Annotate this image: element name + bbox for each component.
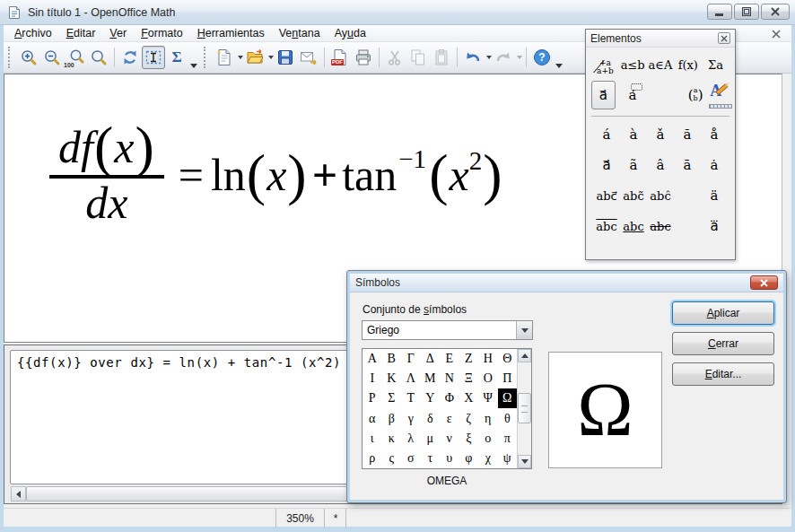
- category-unary-binary[interactable]: +a a+b: [591, 55, 619, 75]
- symbol-cell[interactable]: Α: [363, 349, 382, 369]
- menu-item-editar[interactable]: Editar: [59, 25, 103, 41]
- symbol-cell[interactable]: Ρ: [363, 388, 382, 408]
- command-text[interactable]: {{df(x)} over dx} = ln(x) + tan^-1 (x^2): [17, 355, 341, 370]
- toolbar-grip[interactable]: [8, 47, 13, 68]
- symbol-cell[interactable]: Φ: [440, 388, 459, 408]
- category-functions[interactable]: f(x): [674, 58, 702, 72]
- symbol-cell[interactable]: π: [498, 429, 518, 449]
- symbol-cell-selected[interactable]: Ω: [498, 388, 518, 408]
- save-button[interactable]: [274, 46, 297, 69]
- symbol-cell[interactable]: υ: [440, 449, 459, 468]
- symbol-cell[interactable]: τ: [421, 449, 441, 468]
- zoom-level-field[interactable]: 350%: [275, 509, 325, 528]
- title-bar[interactable]: Sin título 1 - OpenOffice Math: [0, 0, 795, 25]
- attribute-cell[interactable]: a⃗: [593, 150, 620, 180]
- symbol-cell[interactable]: Δ: [421, 349, 441, 369]
- symbol-cell[interactable]: Τ: [401, 388, 421, 408]
- zoom-out-button[interactable]: [40, 46, 64, 69]
- category-set-operations[interactable]: a∈A: [647, 58, 675, 72]
- symbol-cell[interactable]: ψ: [498, 449, 518, 468]
- menu-item-ventana[interactable]: Ventana: [272, 25, 328, 41]
- export-pdf-button[interactable]: PDF: [328, 46, 352, 69]
- cerrar-button[interactable]: Cerrar: [672, 332, 774, 355]
- symbol-cell[interactable]: μ: [421, 429, 441, 449]
- symbol-cell[interactable]: Λ: [401, 369, 421, 388]
- attribute-cell[interactable]: ă: [674, 119, 701, 150]
- symbol-cell[interactable]: χ: [478, 449, 498, 468]
- scroll-up-icon[interactable]: [518, 349, 531, 362]
- dialog-close-icon[interactable]: [750, 275, 778, 290]
- attribute-cell[interactable]: ǎ: [647, 119, 674, 150]
- attribute-cell[interactable]: abc̃: [620, 180, 647, 211]
- symbol-cell[interactable]: Ν: [440, 369, 459, 388]
- symbol-cell[interactable]: ο: [478, 429, 498, 449]
- symbol-cell[interactable]: Ε: [440, 349, 459, 369]
- attribute-cell[interactable]: abc: [593, 211, 620, 241]
- symbol-cell[interactable]: σ: [401, 449, 421, 468]
- dialog-titlebar[interactable]: Símbolos: [350, 274, 783, 292]
- sigma-button[interactable]: Σ: [165, 46, 188, 69]
- symbol-cell[interactable]: δ: [421, 408, 441, 428]
- maximize-button[interactable]: [734, 4, 759, 20]
- toolbar-grip-2[interactable]: [204, 47, 208, 68]
- symbol-cell[interactable]: φ: [459, 449, 479, 468]
- symbol-grid-scrollbar[interactable]: [517, 349, 531, 468]
- symbol-cell[interactable]: Ο: [478, 369, 498, 388]
- category-others[interactable]: a: [621, 87, 644, 103]
- scroll-left-icon[interactable]: [11, 486, 26, 501]
- toolbar-overflow-icon[interactable]: [190, 64, 197, 68]
- zoom-in-button[interactable]: [17, 46, 40, 69]
- combobox-dropdown-button[interactable]: [516, 321, 532, 339]
- symbol-cell[interactable]: ξ: [459, 429, 479, 449]
- help-button[interactable]: ?: [530, 46, 554, 69]
- attribute-cell[interactable]: ã: [620, 150, 647, 180]
- menu-item-formato[interactable]: Formato: [134, 25, 190, 41]
- toolbar-overflow-icon-2[interactable]: [555, 64, 563, 68]
- symbol-cell[interactable]: Β: [382, 349, 402, 369]
- symbol-cell[interactable]: Σ: [382, 388, 402, 408]
- symbol-cell[interactable]: α: [363, 408, 382, 428]
- menu-item-ver[interactable]: Ver: [102, 25, 134, 41]
- symbol-cell[interactable]: Ι: [363, 369, 382, 388]
- category-formats[interactable]: A: [707, 82, 729, 109]
- elements-panel-titlebar[interactable]: Elementos: [586, 30, 735, 48]
- symbol-cell[interactable]: Γ: [401, 349, 421, 369]
- attribute-cell[interactable]: abc: [647, 211, 674, 241]
- attribute-cell[interactable]: â: [647, 150, 674, 180]
- menu-item-archivo[interactable]: Archivo: [7, 25, 59, 41]
- menu-item-herramientas[interactable]: Herramientas: [190, 25, 272, 41]
- attribute-cell[interactable]: ä: [701, 180, 728, 211]
- category-relations[interactable]: a≤b: [619, 58, 647, 72]
- symbol-cell[interactable]: γ: [401, 408, 421, 428]
- aplicar-button[interactable]: Aplicar: [672, 301, 774, 325]
- print-button[interactable]: [352, 46, 375, 69]
- open-button[interactable]: [243, 46, 266, 69]
- symbol-cell[interactable]: κ: [382, 429, 402, 449]
- attribute-cell[interactable]: å: [701, 119, 728, 150]
- symbol-cell[interactable]: ρ: [363, 449, 382, 468]
- attribute-cell[interactable]: á: [593, 119, 620, 150]
- symbol-cell[interactable]: ε: [440, 408, 459, 428]
- symbol-cell[interactable]: Ξ: [459, 369, 479, 388]
- symbol-cell[interactable]: η: [478, 408, 498, 428]
- attribute-cell[interactable]: à: [620, 119, 647, 150]
- zoom-fit-button[interactable]: [87, 46, 110, 69]
- symbol-cell[interactable]: ζ: [459, 408, 479, 428]
- undo-button[interactable]: [461, 46, 485, 69]
- attribute-cell[interactable]: ȧ: [701, 150, 728, 180]
- attribute-cell[interactable]: a⃛: [701, 211, 728, 241]
- symbol-cell[interactable]: Χ: [459, 388, 479, 408]
- attribute-cell[interactable]: ā: [674, 150, 701, 180]
- scroll-down-icon[interactable]: [518, 455, 531, 468]
- symbol-cell[interactable]: ι: [363, 429, 382, 449]
- category-brackets[interactable]: ( a b ): [684, 87, 707, 103]
- symbol-cell[interactable]: Π: [498, 369, 518, 388]
- elements-close-icon[interactable]: [718, 32, 730, 44]
- attribute-cell[interactable]: abĉ: [647, 180, 674, 211]
- symbol-cell[interactable]: Ψ: [478, 388, 498, 408]
- attribute-cell[interactable]: abc: [620, 211, 647, 241]
- symbol-cell[interactable]: θ: [498, 408, 518, 428]
- editar-button[interactable]: Editar...: [672, 362, 774, 386]
- symbol-cell[interactable]: Ζ: [459, 349, 479, 369]
- attribute-cell[interactable]: abc⃗: [593, 180, 620, 211]
